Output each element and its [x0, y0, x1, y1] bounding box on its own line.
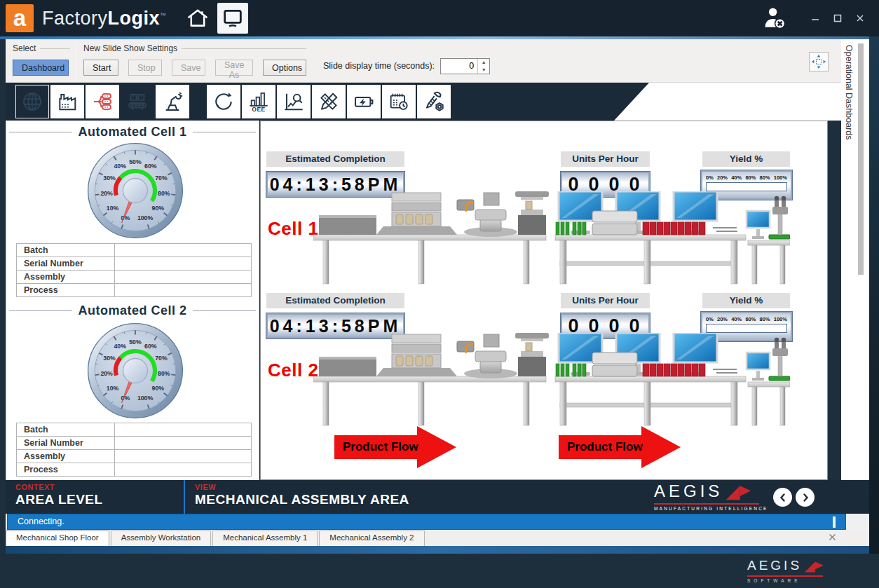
stepper-up-icon[interactable]: ▲: [478, 59, 489, 67]
globe-icon: [21, 90, 43, 113]
cell2-title: Automated Cell 2: [9, 303, 256, 318]
cycle-time-button[interactable]: [207, 85, 240, 118]
slide-time-stepper[interactable]: ▲ ▼: [477, 59, 489, 74]
svg-text:100%: 100%: [137, 214, 154, 221]
connection-progress-bar: Connecting.: [7, 514, 846, 530]
minimize-button[interactable]: [808, 11, 823, 26]
context-label: CONTEXT: [15, 483, 184, 491]
context-value: AREA LEVEL: [15, 492, 184, 507]
tab-operational-dashboards[interactable]: Operational Dashboards: [844, 45, 854, 140]
close-button[interactable]: [852, 11, 868, 26]
hardware-button[interactable]: [417, 85, 451, 118]
table-row: Batch: [17, 423, 252, 437]
right-edge-panel: [869, 36, 879, 554]
svg-text:60%: 60%: [144, 163, 157, 170]
table-row: Batch: [17, 244, 252, 257]
oee-button[interactable]: OEE: [242, 85, 275, 118]
table-row: Assembly: [17, 450, 252, 463]
tab-mechanical-assembly-2[interactable]: Mechanical Assembly 2: [319, 531, 424, 546]
chevron-right-icon: [800, 493, 810, 502]
stepper-down-icon[interactable]: ▼: [478, 66, 489, 74]
process-value: [115, 284, 252, 297]
dashboards-button[interactable]: [217, 3, 248, 34]
robot-arm-icon: [161, 90, 184, 113]
globe-view-button[interactable]: [15, 85, 49, 118]
context-cell: CONTEXT AREA LEVEL: [6, 480, 184, 514]
monitor-icon: [221, 6, 245, 30]
dock-move-button[interactable]: [809, 52, 829, 71]
svg-text:40%: 40%: [114, 343, 126, 350]
view-cell: VIEW MECHANICAL ASSEMBLY AREA: [185, 480, 634, 514]
slide-time-input[interactable]: [441, 59, 477, 74]
aegis-flag-icon: [724, 481, 752, 502]
tab-assembly-workstation[interactable]: Assembly Workstation: [111, 531, 212, 546]
automated-cells-panel: Automated Cell 1 0%10%20%30%40%50%60%70%…: [6, 121, 259, 480]
assembly-value: [115, 271, 252, 284]
analytics-button[interactable]: [277, 85, 311, 118]
dashboard-iconbar: OEE: [6, 83, 841, 121]
oee-icon-label: OEE: [252, 106, 265, 113]
next-view-button[interactable]: [796, 488, 815, 507]
process-flow-button[interactable]: [86, 85, 119, 118]
scrollbar-thumb[interactable]: [858, 43, 864, 275]
status-row: Connecting.: [6, 514, 869, 531]
table-row: Process: [17, 284, 252, 297]
tab-mechanical-shop-floor[interactable]: Mechanical Shop Floor: [6, 531, 109, 546]
view-value: MECHANICAL ASSEMBLY AREA: [195, 492, 634, 507]
stop-button[interactable]: Stop: [128, 60, 162, 76]
est-completion-header: Estimated Completion: [266, 151, 404, 167]
close-tabs-button[interactable]: [828, 533, 837, 542]
save-button[interactable]: Save: [172, 60, 205, 76]
process-value: [115, 463, 252, 477]
cell1-info-table: Batch Serial Number Assembly Process: [16, 243, 252, 297]
move-arrows-icon: [811, 54, 826, 69]
logout-user-button[interactable]: [761, 5, 788, 32]
gauge-automated-cell-1: 0%10%20%30%40%50%60%70%80%90%100%: [86, 142, 184, 240]
home-icon: [186, 6, 210, 30]
assembly-area-panel: Estimated Completion Units Per Hour Yiel…: [260, 121, 828, 480]
robot-cell-button[interactable]: [156, 85, 189, 118]
previous-view-button[interactable]: [773, 488, 792, 507]
screw-nut-icon: [423, 90, 445, 113]
view-tabs: Mechanical Shop Floor Assembly Workstati…: [6, 531, 869, 546]
svg-text:20%: 20%: [100, 190, 113, 197]
dashboard-button[interactable]: Dashboard: [13, 60, 69, 76]
cell2-assembly-line-illustration: [313, 333, 790, 435]
svg-text:20%: 20%: [100, 370, 113, 377]
chevron-left-icon: [778, 493, 788, 502]
toolbar: Select Dashboard New Slide Show Settings…: [6, 39, 841, 83]
svg-text:10%: 10%: [107, 385, 119, 392]
svg-text:80%: 80%: [158, 370, 170, 377]
conveyor-view-button[interactable]: [121, 85, 154, 118]
brand-name: FactoryLogix™: [42, 8, 167, 29]
refresh-icon: [212, 90, 235, 113]
options-button[interactable]: Options: [263, 60, 306, 76]
gauge-automated-cell-2: 0%10%20%30%40%50%60%70%80%90%100%: [86, 322, 184, 420]
svg-text:30%: 30%: [103, 175, 116, 182]
save-as-button[interactable]: Save As: [215, 60, 253, 76]
home-button[interactable]: [182, 3, 213, 34]
table-row: Process: [17, 463, 252, 477]
start-button[interactable]: Start: [83, 60, 118, 76]
factory-view-button[interactable]: [50, 85, 84, 118]
maximize-button[interactable]: [830, 11, 845, 26]
window-controls: [808, 11, 868, 26]
aegis-flag-icon: [803, 558, 824, 575]
yield-bar: [706, 182, 787, 191]
table-row: Serial Number: [17, 257, 252, 271]
svg-text:70%: 70%: [155, 355, 168, 362]
svg-text:100%: 100%: [137, 395, 154, 402]
process-flow-icon: [91, 90, 114, 113]
serial-value: [115, 437, 252, 450]
svg-text:40%: 40%: [114, 163, 126, 170]
schedule-button[interactable]: [382, 85, 416, 118]
power-status-button[interactable]: [347, 85, 381, 118]
right-rail: Operational Dashboards: [841, 39, 869, 550]
units-per-hour-header: Units Per Hour: [561, 151, 650, 167]
design-tools-button[interactable]: [312, 85, 346, 118]
app-logo-letter: a: [13, 5, 26, 32]
tab-mechanical-assembly-1[interactable]: Mechanical Assembly 1: [212, 531, 318, 546]
battery-bolt-icon: [353, 90, 375, 113]
svg-text:50%: 50%: [129, 339, 142, 346]
cell1-assembly-line-illustration: [313, 191, 790, 293]
